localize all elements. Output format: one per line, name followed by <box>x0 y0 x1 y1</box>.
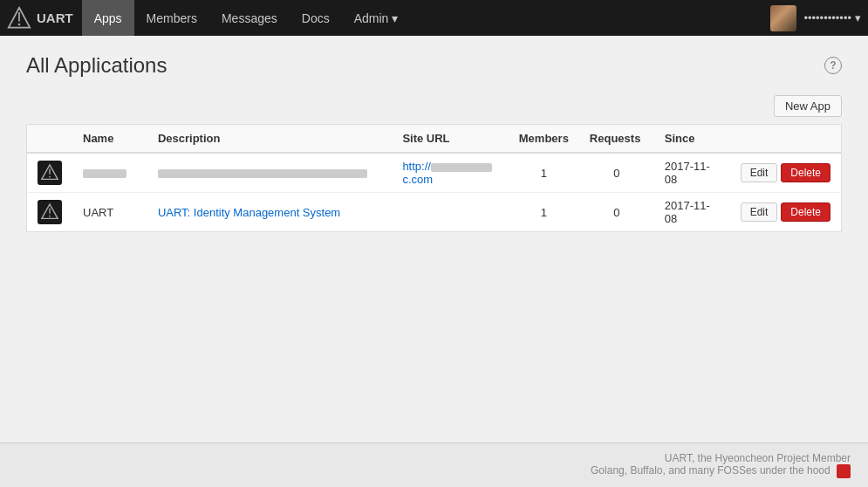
avatar[interactable] <box>770 5 796 31</box>
app-since-cell: 2017-11-08 <box>654 193 730 232</box>
col-name-header: Name <box>72 125 147 154</box>
app-desc-cell <box>147 153 392 193</box>
username-text: •••••••••••• <box>803 11 851 24</box>
main-content: All Applications ? New App Name Descript… <box>0 36 868 442</box>
app-icon <box>38 200 62 224</box>
col-since-header: Since <box>654 125 730 154</box>
nav-link-docs[interactable]: Docs <box>290 0 342 36</box>
table-header-row: Name Description Site URL Members Reques… <box>27 125 842 154</box>
app-desc-link[interactable]: UART: Identity Management System <box>158 206 340 219</box>
col-members-header: Members <box>509 125 579 154</box>
col-requests-header: Requests <box>579 125 654 154</box>
app-url-cell: http://c.com <box>392 153 508 193</box>
app-name-cell <box>72 153 147 193</box>
app-desc-cell: UART: Identity Management System <box>147 193 392 232</box>
app-url-prefix: http:// <box>402 160 431 173</box>
app-icon-cell <box>27 153 73 193</box>
app-requests-cell: 0 <box>579 193 654 232</box>
delete-button[interactable]: Delete <box>781 163 830 182</box>
navbar: UART Apps Members Messages Docs Admin ▾ … <box>0 0 868 36</box>
app-actions-cell: Edit Delete <box>730 153 842 193</box>
actions-container: Edit Delete <box>741 163 830 182</box>
app-icon-svg <box>40 202 59 222</box>
footer: UART, the Hyeoncheon Project Member Gola… <box>0 442 868 487</box>
footer-line1: UART, the Hyeoncheon Project Member <box>17 452 851 464</box>
app-since-cell: 2017-11-08 <box>654 153 730 193</box>
app-url-suffix: c.com <box>402 173 433 186</box>
nav-right: •••••••••••• ▾ <box>770 5 861 31</box>
page-title: All Applications <box>26 53 167 78</box>
col-url-header: Site URL <box>392 125 508 154</box>
app-name-redacted <box>83 169 126 178</box>
nav-link-apps[interactable]: Apps <box>82 0 134 36</box>
footer-line2-text: Golang, Buffalo, and many FOSSes under t… <box>591 464 830 477</box>
col-actions-header <box>730 125 842 154</box>
admin-dropdown-arrow: ▾ <box>392 11 398 25</box>
app-icon-svg <box>40 163 59 182</box>
app-members-cell: 1 <box>509 153 579 193</box>
nav-link-admin[interactable]: Admin ▾ <box>342 0 411 36</box>
app-actions-cell: Edit Delete <box>730 193 842 232</box>
svg-point-2 <box>18 23 21 25</box>
toolbar: New App <box>26 95 842 117</box>
edit-button[interactable]: Edit <box>741 163 778 182</box>
table-row: http://c.com 1 0 2017-11-08 Edit Delete <box>27 153 842 193</box>
edit-button[interactable]: Edit <box>741 202 778 222</box>
nav-link-messages[interactable]: Messages <box>209 0 290 36</box>
nav-link-members[interactable]: Members <box>134 0 209 36</box>
app-icon-cell <box>27 193 73 232</box>
avatar-image <box>770 5 796 31</box>
app-url-link[interactable]: http://c.com <box>402 160 492 186</box>
app-url-cell <box>392 193 508 232</box>
app-url-redacted <box>431 163 492 172</box>
app-requests-cell: 0 <box>579 153 654 193</box>
nav-logo[interactable]: UART <box>7 6 73 31</box>
app-desc-redacted <box>158 169 367 178</box>
col-icon-header <box>27 125 73 154</box>
apps-table: Name Description Site URL Members Reques… <box>26 124 842 232</box>
nav-username[interactable]: •••••••••••• ▾ <box>803 11 861 24</box>
logo-icon <box>7 6 31 31</box>
col-desc-header: Description <box>147 125 392 154</box>
actions-container: Edit Delete <box>741 202 830 222</box>
help-icon[interactable]: ? <box>824 57 842 74</box>
new-app-button[interactable]: New App <box>774 95 842 117</box>
table-body: http://c.com 1 0 2017-11-08 Edit Delete <box>27 153 842 232</box>
svg-point-8 <box>49 216 51 217</box>
delete-button[interactable]: Delete <box>781 202 830 222</box>
table-head: Name Description Site URL Members Reques… <box>27 125 842 154</box>
nav-logo-text: UART <box>37 10 73 25</box>
footer-logo-icon <box>837 464 851 478</box>
nav-link-admin-label: Admin <box>354 11 389 25</box>
nav-links: Apps Members Messages Docs Admin ▾ <box>82 0 771 36</box>
app-icon <box>38 161 62 185</box>
svg-point-5 <box>49 176 51 178</box>
username-dropdown-arrow: ▾ <box>855 11 861 24</box>
footer-line2: Golang, Buffalo, and many FOSSes under t… <box>17 464 851 478</box>
app-name-cell: UART <box>72 193 147 232</box>
table-row: UART UART: Identity Management System 1 … <box>27 193 842 232</box>
app-members-cell: 1 <box>509 193 579 232</box>
page-header: All Applications ? <box>26 53 842 78</box>
